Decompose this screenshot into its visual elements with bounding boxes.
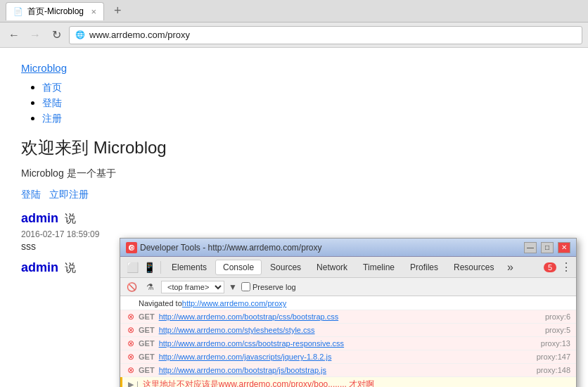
devtools-titlebar: ⚙ Developer Tools - http://www.arrdemo.c… (120, 239, 576, 257)
tab-favicon: 📄 (13, 7, 23, 16)
note-bar-icon: | (136, 380, 139, 387)
log-url-1[interactable]: http://www.arrdemo.com/bootstrap/css/boo… (159, 312, 545, 321)
log-source-2: proxy:5 (545, 326, 570, 334)
log-source-3: proxy:13 (541, 339, 570, 348)
log-row-note: ▶ | 这里地址不对应该是www.arrdemo.com/proxy/boo..… (120, 377, 576, 387)
post1-author-line: admin 说 (21, 211, 567, 227)
devtools-title: Developer Tools - http://www.arrdemo.com… (140, 243, 520, 253)
preserve-log-label[interactable]: Preserve log (241, 282, 296, 291)
devtools-icon: ⚙ (126, 242, 137, 253)
log-row-error-5: ⊗ GET http://www.arrdemo.com/bootstrap/j… (120, 364, 576, 377)
error-count-badge: 5 (544, 262, 556, 272)
devtools-close-button[interactable]: ✕ (558, 242, 570, 253)
log-method-5: GET (139, 366, 155, 374)
devtools-menu-button[interactable]: ⋮ (561, 260, 572, 274)
more-tabs-button[interactable]: » (502, 260, 518, 275)
tab-close-button[interactable]: × (91, 6, 96, 17)
note-text: 这里地址不对应该是www.arrdemo.com/proxy/boo......… (143, 379, 570, 387)
page-description: Microblog 是一个基于 (21, 167, 567, 180)
devtools-minimize-button[interactable]: — (524, 242, 537, 253)
log-row-navigated: Navigated to http://www.arrdemo.com/prox… (120, 298, 576, 310)
navigated-text: Navigated to (139, 299, 182, 307)
nav-register-link[interactable]: 注册 (42, 113, 62, 124)
browser-window: 📄 首页-Microblog × + ← → ↻ 🌐 www.arrdemo.c… (0, 0, 588, 387)
browser-tab[interactable]: 📄 首页-Microblog × (6, 2, 104, 20)
devtools-inspect-button[interactable]: ⬜ (124, 260, 140, 275)
tab-elements[interactable]: Elements (165, 260, 214, 274)
log-method-2: GET (139, 326, 155, 334)
log-url-3[interactable]: http://www.arrdemo.com/css/bootstrap-res… (159, 339, 541, 348)
post2-author-link[interactable]: admin (21, 260, 58, 274)
new-tab-button[interactable]: + (110, 4, 126, 18)
frame-dropdown-arrow[interactable]: ▼ (229, 282, 237, 292)
log-url-2[interactable]: http://www.arrdemo.com/stylesheets/style… (159, 326, 545, 334)
error-icon-4: ⊗ (126, 352, 136, 362)
page-content: Microblog 首页 登陆 注册 欢迎来到 Microblog Microb… (0, 48, 588, 387)
log-method-1: GET (139, 312, 155, 321)
tab-console[interactable]: Console (215, 260, 262, 275)
log-source-5: proxy:148 (537, 366, 570, 374)
error-icon-2: ⊗ (126, 325, 136, 335)
register-link[interactable]: 立即注册 (49, 189, 89, 200)
devtools-panel: ⚙ Developer Tools - http://www.arrdemo.c… (120, 238, 577, 387)
note-expand-arrow[interactable]: ▶ (128, 380, 134, 387)
back-button[interactable]: ← (6, 27, 23, 44)
forward-button[interactable]: → (27, 27, 44, 44)
site-logo-link[interactable]: Microblog (21, 62, 567, 74)
log-url-5[interactable]: http://www.arrdemo.com/bootstrap/js/boot… (159, 366, 537, 374)
devtools-mobile-button[interactable]: 📱 (141, 260, 157, 275)
nav-home-link[interactable]: 首页 (42, 82, 62, 93)
post1-author-link[interactable]: admin (21, 211, 58, 225)
nav-login-link[interactable]: 登陆 (42, 97, 62, 108)
log-source-1: proxy:6 (545, 312, 570, 321)
login-line: 登陆 立即注册 (21, 189, 567, 201)
console-filter-button[interactable]: ⚗ (143, 280, 157, 294)
navigated-url[interactable]: http://www.arrdemo.com/proxy (182, 299, 287, 307)
svg-text:⚙: ⚙ (129, 245, 134, 251)
site-nav-list: 首页 登陆 注册 (21, 81, 567, 125)
console-clear-button[interactable]: 🚫 (124, 280, 139, 294)
console-log[interactable]: Navigated to http://www.arrdemo.com/prox… (120, 296, 576, 387)
post1-say: 说 (65, 212, 76, 224)
title-bar: 📄 首页-Microblog × + (0, 0, 588, 23)
tab-timeline[interactable]: Timeline (356, 260, 402, 274)
log-url-4[interactable]: http://www.arrdemo.com/javascripts/jquer… (159, 353, 537, 361)
log-row-error-4: ⊗ GET http://www.arrdemo.com/javascripts… (120, 350, 576, 364)
log-row-error-3: ⊗ GET http://www.arrdemo.com/css/bootstr… (120, 337, 576, 350)
devtools-tabs: ⬜ 📱 Elements Console Sources Network Tim… (120, 257, 576, 278)
devtools-maximize-button[interactable]: □ (541, 242, 554, 253)
log-source-4: proxy:147 (537, 353, 570, 361)
reload-button[interactable]: ↻ (48, 27, 65, 44)
tab-resources[interactable]: Resources (447, 260, 501, 274)
log-row-error-1: ⊗ GET http://www.arrdemo.com/bootstrap/c… (120, 310, 576, 324)
address-bar[interactable]: 🌐 www.arrdemo.com/proxy (69, 26, 582, 44)
error-icon-3: ⊗ (126, 338, 136, 348)
tab-network[interactable]: Network (309, 260, 354, 274)
tab-sources[interactable]: Sources (263, 260, 308, 274)
page-icon: 🌐 (75, 30, 85, 39)
page-title: 欢迎来到 Microblog (21, 137, 567, 159)
post2-say: 说 (65, 262, 76, 274)
tab-profiles[interactable]: Profiles (403, 260, 445, 274)
tab-title: 首页-Microblog (27, 6, 84, 18)
console-toolbar: 🚫 ⚗ <top frame> ▼ Preserve log (120, 278, 576, 296)
log-method-3: GET (139, 339, 155, 348)
error-icon-1: ⊗ (126, 312, 136, 322)
login-link[interactable]: 登陆 (21, 189, 41, 200)
preserve-log-checkbox[interactable] (241, 282, 250, 291)
frame-select[interactable]: <top frame> (161, 281, 224, 293)
nav-bar: ← → ↻ 🌐 www.arrdemo.com/proxy (0, 23, 588, 48)
address-text: www.arrdemo.com/proxy (89, 30, 190, 40)
tab-separator (160, 261, 161, 274)
log-row-error-2: ⊗ GET http://www.arrdemo.com/stylesheets… (120, 324, 576, 337)
log-method-4: GET (139, 353, 155, 361)
error-icon-5: ⊗ (126, 365, 136, 375)
